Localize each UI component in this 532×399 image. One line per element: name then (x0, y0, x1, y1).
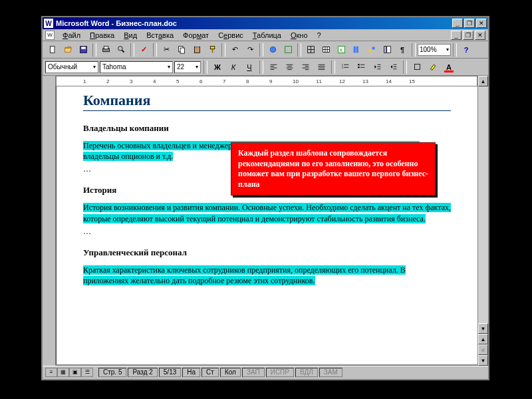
status-pages: 5/13 (159, 368, 181, 377)
status-section: Разд 2 (128, 368, 157, 377)
outline-view-button[interactable]: ☰ (81, 368, 93, 377)
docmap-button[interactable] (380, 43, 394, 57)
menu-file[interactable]: Файл (59, 31, 84, 40)
svg-point-52 (358, 66, 359, 68)
status-trk[interactable]: ИСПР (266, 368, 294, 377)
vertical-ruler (43, 76, 56, 366)
menu-format[interactable]: Формат (179, 31, 213, 40)
svg-text:X: X (339, 47, 342, 53)
menu-window[interactable]: Окно (287, 31, 312, 40)
section2-text: История возникновения и развития компани… (83, 202, 451, 223)
close-button[interactable]: ✕ (476, 19, 487, 28)
decrease-indent-button[interactable] (370, 61, 384, 74)
formatting-toolbar: Обычный Tahoma 22 Ж К Ч 12 A (43, 59, 488, 76)
doc-title: Компания (83, 92, 451, 111)
numbered-list-button[interactable]: 12 (338, 61, 352, 74)
font-combo[interactable]: Tahoma (100, 61, 173, 73)
menu-table[interactable]: Таблица (249, 31, 285, 40)
align-left-button[interactable] (266, 61, 281, 74)
menu-edit[interactable]: Правка (86, 31, 118, 40)
svg-rect-25 (356, 47, 358, 53)
highlight-button[interactable] (426, 61, 440, 74)
align-right-button[interactable] (298, 61, 313, 74)
standard-toolbar: ✓ ✂ ↶ ↷ X ¶ 100% ? (43, 41, 488, 59)
minimize-button[interactable]: _ (452, 19, 463, 28)
vertical-scrollbar[interactable]: ▲ ▼ ▲ ○ ▼ (477, 76, 488, 366)
new-doc-button[interactable] (45, 43, 60, 57)
columns-button[interactable] (349, 43, 364, 57)
cut-button[interactable]: ✂ (159, 43, 174, 57)
help-button[interactable]: ? (459, 43, 473, 57)
excel-button[interactable]: X (334, 43, 348, 57)
mdi-close-button[interactable]: ✕ (475, 31, 485, 40)
svg-text:2: 2 (341, 66, 343, 69)
document-icon[interactable]: W (45, 31, 55, 40)
svg-point-5 (118, 47, 122, 51)
tables-borders-button[interactable] (303, 43, 318, 57)
pagelayout-view-button[interactable]: ▣ (69, 368, 81, 377)
align-center-button[interactable] (282, 61, 297, 74)
section2-ellipsis: … (83, 227, 451, 237)
font-size-combo[interactable]: 22 (174, 61, 201, 73)
svg-rect-12 (211, 49, 213, 53)
prev-page-button[interactable]: ▲ (478, 334, 488, 344)
bullet-list-button[interactable] (354, 61, 368, 74)
open-button[interactable] (61, 43, 75, 57)
font-color-button[interactable]: A (442, 61, 456, 74)
status-at: На (182, 368, 200, 377)
document-page[interactable]: Компания Владельцы компании Перечень осн… (56, 86, 477, 364)
print-preview-button[interactable] (114, 43, 128, 57)
normal-view-button[interactable]: ≡ (45, 368, 57, 377)
underline-button[interactable]: Ч (242, 61, 257, 74)
weblayout-view-button[interactable]: ▦ (57, 368, 69, 377)
svg-rect-8 (180, 48, 185, 53)
svg-rect-0 (50, 47, 55, 53)
menubar: W Файл Правка Вид Вставка Формат Сервис … (43, 29, 488, 41)
tooltip-callout: Каждый раздел шаблона сопровождается рек… (231, 142, 436, 196)
menu-file-label: айл (68, 31, 80, 39)
svg-rect-60 (414, 64, 420, 69)
mdi-minimize-button[interactable]: _ (451, 31, 462, 40)
svg-rect-29 (386, 47, 390, 53)
mdi-restore-button[interactable]: ❐ (463, 31, 473, 40)
save-button[interactable] (76, 43, 90, 57)
maximize-button[interactable]: ❐ (464, 19, 475, 28)
undo-button[interactable]: ↶ (227, 43, 242, 57)
scroll-down-button[interactable]: ▼ (478, 323, 488, 334)
hyperlink-button[interactable] (265, 43, 280, 57)
status-page: Стр. 5 (98, 368, 126, 377)
menu-tools[interactable]: Сервис (214, 31, 247, 40)
svg-point-26 (368, 49, 372, 53)
style-combo[interactable]: Обычный (45, 61, 98, 73)
italic-button[interactable]: К (226, 61, 241, 74)
status-ext[interactable]: ВДЛ (295, 368, 318, 377)
insert-table-button[interactable] (319, 43, 333, 57)
next-page-button[interactable]: ▼ (478, 355, 488, 366)
status-ovr[interactable]: ЗАМ (319, 368, 342, 377)
copy-button[interactable] (174, 43, 189, 57)
web-toolbar-button[interactable] (281, 43, 295, 57)
increase-indent-button[interactable] (386, 61, 400, 74)
print-button[interactable] (98, 43, 113, 57)
application-window: W Microsoft Word - Бизнес-план.doc _ ❐ ✕… (41, 16, 489, 380)
svg-rect-11 (210, 47, 215, 49)
bold-button[interactable]: Ж (210, 61, 225, 74)
browse-object-button[interactable]: ○ (478, 344, 488, 355)
format-painter-button[interactable] (205, 43, 219, 57)
svg-rect-28 (384, 47, 386, 53)
scroll-up-button[interactable]: ▲ (478, 76, 488, 86)
paste-button[interactable] (190, 43, 204, 57)
show-codes-button[interactable]: ¶ (395, 43, 410, 57)
drawing-button[interactable] (364, 43, 379, 57)
redo-button[interactable]: ↷ (243, 43, 257, 57)
menu-help[interactable]: ? (313, 31, 325, 40)
status-rec[interactable]: ЗАП (242, 368, 265, 377)
svg-line-6 (122, 50, 124, 52)
align-justify-button[interactable] (314, 61, 329, 74)
scroll-track[interactable] (478, 86, 488, 323)
menu-view[interactable]: Вид (120, 31, 141, 40)
spellcheck-button[interactable]: ✓ (136, 43, 151, 57)
menu-insert[interactable]: Вставка (142, 31, 178, 40)
zoom-combo[interactable]: 100% (418, 44, 451, 56)
borders-button[interactable] (410, 61, 424, 74)
